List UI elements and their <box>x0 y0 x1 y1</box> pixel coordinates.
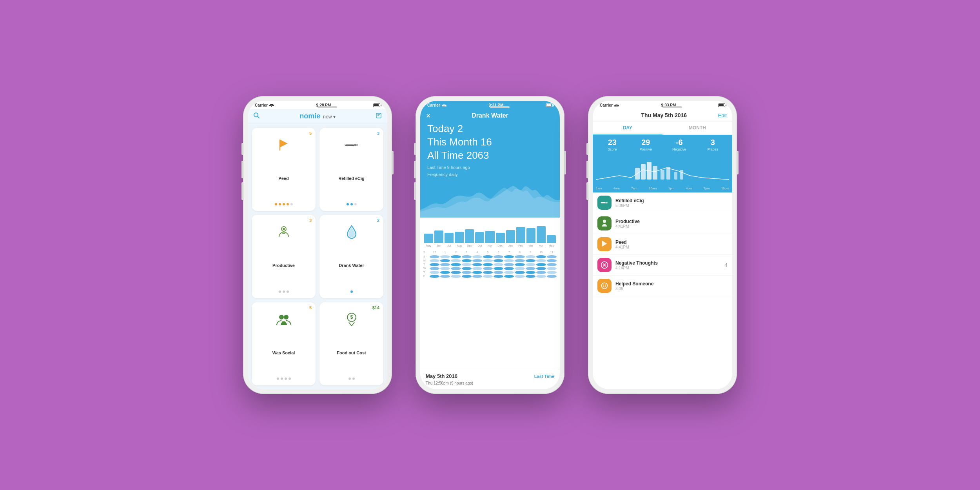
ecig-label: Refilled eCig <box>338 176 365 181</box>
alltime-label: All Time <box>427 149 463 161</box>
last-time-meta: Last Time 9 hours ago <box>427 164 553 171</box>
battery-3 <box>718 103 725 107</box>
peed-dots <box>275 203 293 205</box>
food-label: Food out Cost <box>337 350 366 355</box>
bar-12 <box>547 235 556 243</box>
svg-point-13 <box>283 228 285 230</box>
svg-line-11 <box>345 144 345 145</box>
timeline-chart <box>593 154 732 186</box>
svg-rect-14 <box>282 233 285 234</box>
productive-icon <box>274 222 294 242</box>
bar-8 <box>506 230 515 243</box>
month-label: This Month <box>427 136 478 148</box>
negative-badge: 4 <box>724 262 728 268</box>
tracker-peed[interactable]: 5 Peed <box>252 128 316 211</box>
water-count: 2 <box>377 218 379 223</box>
bar-label-7: Dec <box>496 244 505 247</box>
svg-rect-29 <box>607 202 608 203</box>
tracker-ecig[interactable]: 3 Refilled eCig <box>319 128 383 211</box>
app-logo: nomie now ▾ <box>299 112 335 120</box>
money-icon: $ <box>341 309 362 330</box>
bar-10 <box>526 228 535 243</box>
bar-label-9: Feb <box>516 244 525 247</box>
phone-3: Carrier 9:33 PM Thu May 5th 2016 Edit DA… <box>588 96 737 394</box>
phones-container: Carrier 9:28 PM nomie now <box>243 96 737 394</box>
bar-11 <box>537 226 546 243</box>
svg-rect-27 <box>601 202 606 203</box>
heatmap: S 12 1 2 3 4 5 6 7 8 9 10 <box>420 249 560 369</box>
item-helped-icon <box>597 279 612 293</box>
svg-rect-8 <box>345 145 354 146</box>
footer-date: May 5th 2016 <box>426 373 457 379</box>
bar-6 <box>485 231 494 243</box>
wave-chart <box>420 182 560 218</box>
status-bar-1: Carrier 9:28 PM <box>248 101 387 109</box>
tl-10pm: 10pm <box>721 187 729 190</box>
tl-7am: 7am <box>631 187 637 190</box>
detail-title: Drank Water <box>472 112 508 119</box>
item-ecig[interactable]: Refilled eCig 5:06PM <box>593 192 732 213</box>
svg-rect-25 <box>674 172 677 180</box>
item-peed-icon <box>597 237 612 251</box>
phone-2: Carrier 9:31 PM ✕ Drank Water <box>416 96 564 394</box>
social-dots <box>277 377 291 380</box>
food-count: $14 <box>372 305 379 310</box>
peed-label: Peed <box>278 176 289 181</box>
tracker-food[interactable]: $14 $ Food out Cost <box>319 302 383 385</box>
tracker-productive[interactable]: 3 Productive <box>252 215 316 298</box>
item-productive[interactable]: Productive 4:41PM <box>593 213 732 234</box>
tracker-water[interactable]: 2 Drank Water <box>319 215 383 298</box>
svg-point-36 <box>605 285 606 286</box>
tl-10am: 10am <box>649 187 657 190</box>
svg-point-35 <box>603 285 604 286</box>
item-helped[interactable]: Helped Someone 3:06 <box>593 276 732 296</box>
ecig-icon <box>341 135 362 155</box>
bar-label-2: Jul <box>445 244 454 247</box>
search-icon[interactable] <box>253 112 260 120</box>
bar-label-10: Mar <box>526 244 535 247</box>
time-1: 9:28 PM <box>316 103 331 107</box>
edit-button[interactable]: Edit <box>718 113 727 118</box>
water-dots <box>350 290 353 293</box>
alltime-val: 2063 <box>466 149 489 161</box>
tab-day[interactable]: DAY <box>593 122 662 134</box>
compose-icon[interactable] <box>376 113 382 120</box>
heatmap-row-s: S <box>423 255 557 258</box>
time-3: 9:33 PM <box>661 103 676 107</box>
bar-2 <box>445 233 454 243</box>
tab-month[interactable]: MONTH <box>662 122 732 134</box>
footer-time: Thu 12:50pm (9 hours ago) <box>426 381 473 385</box>
bar-label-0: May <box>424 244 433 247</box>
tracker-grid: 5 Peed 3 Refilled eCig <box>248 124 387 389</box>
score-positive: 29 Positive <box>630 138 662 151</box>
tl-1pm: 1pm <box>668 187 675 190</box>
footer-lasttime: Last Time <box>534 374 554 379</box>
tl-7pm: 7pm <box>704 187 710 190</box>
peed-count: 5 <box>309 131 312 136</box>
ecig-count: 3 <box>377 131 379 136</box>
svg-rect-10 <box>356 144 358 146</box>
social-icon <box>274 309 294 330</box>
tracker-social[interactable]: 5 Was Social <box>252 302 316 385</box>
bar-chart: May Jun Jul Aug Sep Oct Nov Dec Jan Feb … <box>420 218 560 249</box>
productive-label: Productive <box>272 263 295 268</box>
svg-point-15 <box>279 315 284 319</box>
ecig-dots <box>347 203 357 205</box>
app2-stats: Today 2 This Month 16 All Time 2063 Last… <box>426 122 554 178</box>
svg-rect-17 <box>282 321 285 322</box>
tl-1am: 1am <box>596 187 602 190</box>
app2-footer: May 5th 2016 Last Time Thu 12:50pm (9 ho… <box>420 369 560 389</box>
bar-7 <box>496 233 505 243</box>
frequency-meta: Frequency daily <box>427 171 553 178</box>
score-negative: -6 Negative <box>664 138 695 151</box>
status-bar-2: Carrier 9:31 PM <box>420 101 560 109</box>
item-negative[interactable]: Negative Thoughts 4:14PM 4 <box>593 255 732 276</box>
today-label: Today <box>427 123 454 134</box>
close-button[interactable]: ✕ <box>426 112 431 120</box>
month-val: 16 <box>481 136 492 148</box>
item-peed[interactable]: Peed 4:41PM <box>593 234 732 255</box>
bar-4 <box>465 229 474 243</box>
battery-2 <box>546 103 553 107</box>
svg-text:$: $ <box>350 314 353 320</box>
water-label: Drank Water <box>339 263 364 268</box>
